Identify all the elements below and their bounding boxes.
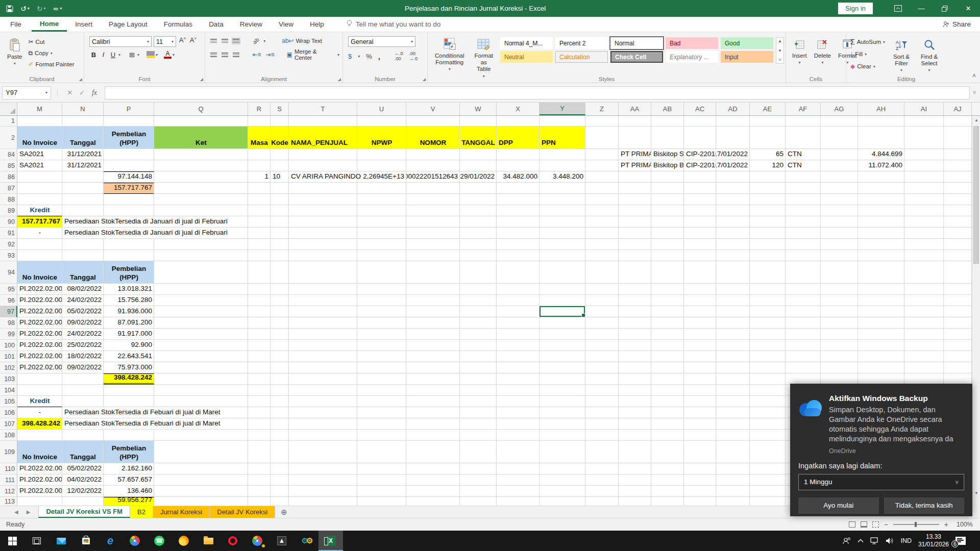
cell-AC87[interactable] xyxy=(684,183,716,194)
cell-AA101[interactable] xyxy=(619,351,651,362)
cell-N104[interactable] xyxy=(62,385,104,396)
cell-AG86[interactable] xyxy=(821,171,858,183)
cell-Y99[interactable] xyxy=(540,329,585,340)
cell-AF88[interactable] xyxy=(786,194,821,205)
cancel-entry-icon[interactable]: ✕ xyxy=(64,89,76,96)
cell-AC85[interactable]: CIP-22010 xyxy=(684,160,716,171)
cell-AJ85[interactable] xyxy=(944,160,972,171)
whatsapp-app[interactable]: ☎ xyxy=(147,531,172,551)
cell-AA96[interactable] xyxy=(619,295,651,306)
column-header-S[interactable]: S xyxy=(271,103,289,115)
cell-M102[interactable]: PI.2022.02.00010 xyxy=(17,362,62,373)
cell-M94[interactable]: No Invoice xyxy=(17,261,62,284)
cell-AE84[interactable]: 65 xyxy=(750,149,786,160)
cell-R113[interactable] xyxy=(248,497,271,506)
wrap-text-button[interactable]: ab↩Wrap Text xyxy=(282,36,322,45)
cell-W100[interactable] xyxy=(460,340,497,351)
cell-W109[interactable] xyxy=(460,441,497,463)
cell-AC111[interactable] xyxy=(684,474,716,486)
cell-AF85[interactable]: CTN xyxy=(786,160,821,171)
cell-W1[interactable] xyxy=(460,116,497,127)
cell-AF2[interactable] xyxy=(786,127,821,149)
cell-AE106[interactable] xyxy=(750,407,786,418)
cell-AD108[interactable] xyxy=(716,430,750,441)
cell-M87[interactable] xyxy=(17,183,62,194)
cell-X92[interactable] xyxy=(497,239,540,250)
column-header-M[interactable]: M xyxy=(17,103,62,115)
cell-P111[interactable]: 57.657.657 xyxy=(104,474,154,486)
cell-X98[interactable] xyxy=(497,317,540,329)
cell-AJ84[interactable] xyxy=(944,149,972,160)
cell-T84[interactable] xyxy=(289,149,357,160)
new-sheet-button[interactable]: ⊕ xyxy=(275,506,292,518)
cell-AI94[interactable] xyxy=(904,261,944,284)
cell-AG102[interactable] xyxy=(821,362,858,373)
cell-AB93[interactable] xyxy=(651,250,684,261)
cell-U86[interactable]: 2,26945E+13 xyxy=(357,171,406,183)
cell-AC2[interactable] xyxy=(684,127,716,149)
cell-V1[interactable] xyxy=(406,116,460,127)
cell-P89[interactable] xyxy=(104,205,154,216)
cell-U111[interactable] xyxy=(357,474,406,486)
cell-M109[interactable]: No Invoice xyxy=(17,441,62,463)
cell-R108[interactable] xyxy=(248,430,271,441)
cell-P113[interactable]: 59.956.277 xyxy=(104,497,154,506)
cell-AG85[interactable] xyxy=(821,160,858,171)
cell-W91[interactable] xyxy=(460,228,497,239)
cell-Z103[interactable] xyxy=(585,373,619,385)
cell-AA94[interactable] xyxy=(619,261,651,284)
column-header-X[interactable]: X xyxy=(497,103,540,115)
cell-AE90[interactable] xyxy=(750,216,786,228)
cell-V97[interactable] xyxy=(406,306,460,317)
cell-S96[interactable] xyxy=(271,295,289,306)
tell-me-box[interactable]: Tell me what you want to do xyxy=(347,20,441,29)
cell-N87[interactable] xyxy=(62,183,104,194)
cell-Y88[interactable] xyxy=(540,194,585,205)
cut-button[interactable]: ✂Cut xyxy=(28,37,74,46)
cell-W101[interactable] xyxy=(460,351,497,362)
cell-Y89[interactable] xyxy=(540,205,585,216)
cell-N106[interactable]: Persediaan StokTersedia di Febuari di ju… xyxy=(62,407,248,418)
cell-Y1[interactable] xyxy=(540,116,585,127)
cell-X94[interactable] xyxy=(497,261,540,284)
cell-AH84[interactable]: 4.844.699 xyxy=(858,149,904,160)
row-header-1[interactable]: 1 xyxy=(0,116,17,127)
underline-dropdown[interactable]: ▾ xyxy=(118,53,120,57)
cell-V98[interactable] xyxy=(406,317,460,329)
firefox-app[interactable] xyxy=(172,531,196,551)
cell-AA104[interactable] xyxy=(619,385,651,396)
percent-style-icon[interactable]: % xyxy=(366,53,372,60)
row-header-94[interactable]: 94 xyxy=(0,261,17,284)
column-header-AB[interactable]: AB xyxy=(651,103,684,115)
cell-AB96[interactable] xyxy=(651,295,684,306)
cell-AD1[interactable] xyxy=(716,116,750,127)
cell-Z97[interactable] xyxy=(585,306,619,317)
cell-Z91[interactable] xyxy=(585,228,619,239)
cell-AG89[interactable] xyxy=(821,205,858,216)
cell-R2[interactable]: Masa xyxy=(248,127,271,149)
row-header-98[interactable]: 98 xyxy=(0,317,17,329)
column-header-Y[interactable]: Y xyxy=(540,103,585,115)
cell-AD110[interactable] xyxy=(716,463,750,474)
cell-AI87[interactable] xyxy=(904,183,944,194)
cell-S106[interactable] xyxy=(271,407,289,418)
cell-AG97[interactable] xyxy=(821,306,858,317)
cell-AG90[interactable] xyxy=(821,216,858,228)
row-header-102[interactable]: 102 xyxy=(0,362,17,373)
cell-V95[interactable] xyxy=(406,284,460,295)
cell-AF101[interactable] xyxy=(786,351,821,362)
cell-Z100[interactable] xyxy=(585,340,619,351)
cell-AG87[interactable] xyxy=(821,183,858,194)
cell-X108[interactable] xyxy=(497,430,540,441)
cell-N100[interactable]: 25/02/2022 xyxy=(62,340,104,351)
cell-M92[interactable] xyxy=(17,239,62,250)
column-header-N[interactable]: N xyxy=(62,103,104,115)
cell-P112[interactable]: 136.460 xyxy=(104,486,154,497)
cell-T109[interactable] xyxy=(289,441,357,463)
cell-Y107[interactable] xyxy=(540,418,585,430)
cell-W105[interactable] xyxy=(460,396,497,407)
cell-Y101[interactable] xyxy=(540,351,585,362)
cell-Q93[interactable] xyxy=(154,250,248,261)
cell-Z106[interactable] xyxy=(585,407,619,418)
column-header-U[interactable]: U xyxy=(357,103,406,115)
